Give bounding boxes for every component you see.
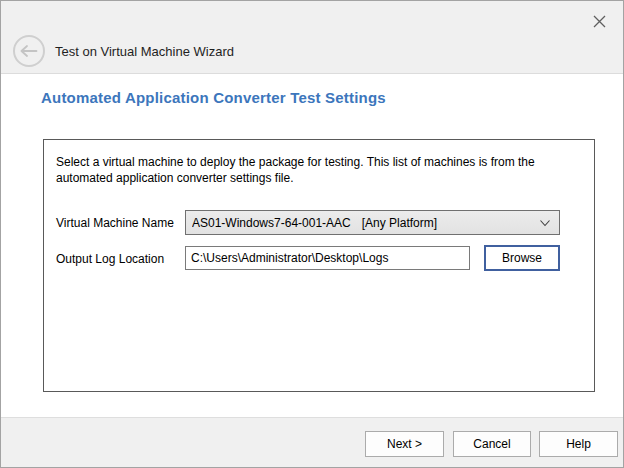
vm-name-text: AS01-Windows7-64-001-AAC	[192, 216, 351, 230]
next-button[interactable]: Next >	[365, 431, 444, 457]
page-title: Automated Application Converter Test Set…	[41, 89, 386, 106]
close-icon-glyph	[593, 15, 606, 28]
cancel-button[interactable]: Cancel	[453, 431, 531, 457]
back-arrow-icon	[20, 45, 38, 57]
browse-button[interactable]: Browse	[484, 245, 560, 271]
wizard-dialog: Test on Virtual Machine Wizard Automated…	[0, 0, 624, 468]
vm-platform-text: [Any Platform]	[362, 216, 437, 230]
wizard-title: Test on Virtual Machine Wizard	[55, 44, 234, 59]
back-button[interactable]	[13, 35, 45, 67]
chevron-down-icon	[539, 217, 551, 229]
wizard-footer: Next > Cancel Help	[1, 417, 623, 467]
vm-name-label: Virtual Machine Name	[56, 216, 174, 230]
wizard-header: Test on Virtual Machine Wizard	[1, 1, 623, 74]
output-log-input[interactable]	[185, 246, 470, 270]
help-button[interactable]: Help	[539, 431, 618, 457]
output-log-label: Output Log Location	[56, 252, 164, 266]
close-icon[interactable]	[587, 9, 611, 33]
vm-selected-value: AS01-Windows7-64-001-AAC[Any Platform]	[192, 216, 437, 230]
description-text: Select a virtual machine to deploy the p…	[56, 154, 568, 186]
vm-name-select[interactable]: AS01-Windows7-64-001-AAC[Any Platform]	[185, 210, 560, 235]
settings-groupbox: Select a virtual machine to deploy the p…	[43, 139, 595, 392]
